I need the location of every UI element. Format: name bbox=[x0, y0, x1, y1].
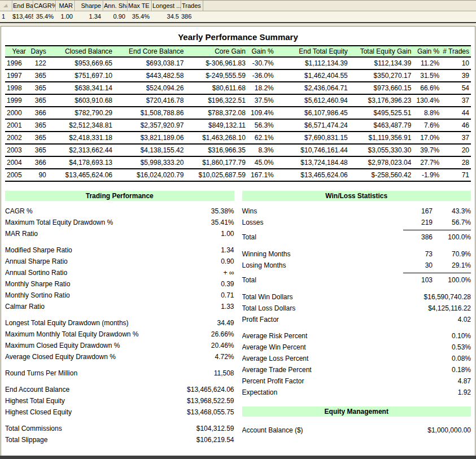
stat-row: Average Win Percent0.53% bbox=[242, 342, 471, 353]
yearly-cell-core-gain: $80,611.68 bbox=[185, 82, 247, 94]
stat-label: Highest Closed Equity bbox=[5, 406, 187, 418]
trading-performance-header: Trading Performance bbox=[5, 191, 234, 201]
grid-column-header[interactable]: CAGR% bbox=[33, 1, 56, 11]
yearly-cell-equity-gain-pct: 8.8% bbox=[413, 107, 441, 119]
wl-trade-rows: Wins16743.3%Losses21956.7% bbox=[242, 206, 471, 228]
stat-row: Highest Closed Equity$13,468,055.75 bbox=[5, 406, 234, 418]
stat-row: Average Loss Percent0.08% bbox=[242, 353, 471, 364]
report-panel: Yearly Performance Summary YearDaysClose… bbox=[1, 26, 475, 459]
yearly-cell-core-gain: $316,966.35 bbox=[185, 144, 247, 156]
stat-value: 0.39 bbox=[221, 278, 234, 290]
wl-pct: 100.0% bbox=[433, 231, 471, 243]
yearly-cell-closed-balance: $2,313,662.44 bbox=[48, 144, 114, 156]
wl-count: 167 bbox=[403, 206, 433, 217]
stat-label: Monthly Sortino Ratio bbox=[5, 290, 221, 301]
wl-percent-stats: Average Risk Percent0.10%Average Win Per… bbox=[242, 330, 471, 398]
yearly-column-header: # Trades bbox=[441, 46, 471, 57]
stat-row: Percent Profit Factor4.87 bbox=[242, 375, 471, 387]
stat-label: Average Risk Percent bbox=[242, 330, 452, 342]
yearly-cell-core-gain: $196,322.51 bbox=[185, 94, 247, 107]
stat-value: + ∞ bbox=[224, 267, 234, 278]
yearly-cell-end-core-balance: $5,998,333.20 bbox=[114, 156, 185, 169]
grid-column-header[interactable]: MAR bbox=[56, 1, 75, 11]
wl-count: 219 bbox=[403, 217, 433, 228]
yearly-cell-year: 2002 bbox=[5, 132, 28, 144]
yearly-cell-end-total-equity: $13,465,624.06 bbox=[276, 169, 350, 181]
yearly-cell-total-equity-gain: $112,134.39 bbox=[350, 57, 413, 69]
stat-row: Total Slippage$106,219.54 bbox=[5, 434, 234, 445]
stat-label: Calmar Ratio bbox=[5, 301, 221, 312]
yearly-cell-core-gain-pct: 37.5% bbox=[247, 94, 276, 107]
yearly-cell-core-gain-pct: 62.1% bbox=[247, 132, 276, 144]
yearly-cell-year: 2001 bbox=[5, 119, 28, 132]
yearly-cell-year: 2000 bbox=[5, 107, 28, 119]
stat-label: Total Loss Dollars bbox=[242, 303, 429, 314]
yearly-row: 2002 365 $2,418,331.18 $3,821,189.06 $1,… bbox=[5, 132, 471, 144]
yearly-cell-days: 365 bbox=[28, 82, 48, 94]
trading-performance-section: Trading Performance CAGR %35.38%Maximum … bbox=[5, 191, 234, 445]
grid-cell: 35.4% bbox=[128, 11, 152, 22]
grid-cell: 0.90 bbox=[103, 11, 128, 22]
yearly-cell-year: 1999 bbox=[5, 94, 28, 107]
grid-column-header[interactable]: End Balance bbox=[12, 1, 33, 11]
tp-group-cagr: CAGR %35.38%Maximum Total Equity Drawdow… bbox=[5, 206, 234, 239]
wl-count: 386 bbox=[403, 231, 433, 243]
wl-pct: 70.9% bbox=[433, 248, 471, 260]
grid-row[interactable]: 1 $13,465,62435.4%1.001.340.9035.4%34.53… bbox=[0, 11, 476, 22]
equity-management-header: Equity Management bbox=[242, 406, 471, 417]
stat-value: 0.08% bbox=[452, 353, 471, 364]
grid-column-header[interactable]: Longest ... bbox=[152, 1, 181, 11]
wl-count: 30 bbox=[403, 260, 433, 271]
yearly-cell-closed-balance: $2,512,348.81 bbox=[48, 119, 114, 132]
equity-management-rows: Account Balance ($)$1,000,000.00 bbox=[242, 425, 471, 436]
stat-row: End Account Balance$13,465,624.06 bbox=[5, 384, 234, 395]
wl-row: Wins16743.3% bbox=[242, 206, 471, 217]
grid-column-headers: End BalanceCAGR%MARSharpeAnn. SharpeMax … bbox=[12, 1, 203, 11]
stat-row: Total Loss Dollars$4,125,116.22 bbox=[242, 303, 471, 314]
yearly-cell-end-total-equity: $1,462,404.55 bbox=[276, 69, 350, 82]
yearly-cell-days: 122 bbox=[28, 57, 48, 69]
stat-value: 34.49 bbox=[217, 317, 234, 329]
stat-value: 1.34 bbox=[221, 244, 234, 256]
stat-value: 4.02 bbox=[458, 314, 471, 325]
grid-cell: 386 bbox=[181, 11, 194, 22]
grid-column-header[interactable]: Sharpe bbox=[75, 1, 103, 11]
yearly-row: 1999 365 $603,910.68 $720,416.78 $196,32… bbox=[5, 94, 471, 107]
grid-column-header[interactable]: Trades bbox=[181, 1, 203, 11]
stat-label: Total Win Dollars bbox=[242, 291, 424, 303]
yearly-cell-core-gain-pct: 109.4% bbox=[247, 107, 276, 119]
stat-value: 0.53% bbox=[452, 342, 471, 353]
sort-icon bbox=[3, 4, 9, 7]
grid-column-header[interactable]: Max TE ... bbox=[128, 1, 152, 11]
stat-label: Longest Total Equity Drawdown (months) bbox=[5, 317, 217, 329]
yearly-cell-days: 365 bbox=[28, 94, 48, 107]
wl-pct: 100.0% bbox=[433, 274, 471, 286]
wl-label: Total bbox=[242, 274, 404, 286]
stat-value: 35.41% bbox=[211, 217, 234, 228]
stat-row: Average Trade Percent0.18% bbox=[242, 364, 471, 375]
yearly-cell-days: 365 bbox=[28, 119, 48, 132]
grid-corner-cell[interactable] bbox=[0, 1, 12, 11]
yearly-cell-days: 366 bbox=[28, 156, 48, 169]
grid-header-row: End BalanceCAGR%MARSharpeAnn. SharpeMax … bbox=[0, 1, 476, 11]
yearly-cell-end-core-balance: $524,094.26 bbox=[114, 82, 185, 94]
yearly-row: 2004 366 $4,178,693.13 $5,998,333.20 $1,… bbox=[5, 156, 471, 169]
grid-column-header[interactable]: Ann. Sharpe bbox=[103, 1, 128, 11]
tp-group-balances: End Account Balance$13,465,624.06Highest… bbox=[5, 384, 234, 418]
stat-row: Maximum Closed Equity Drawdown %20.46% bbox=[5, 340, 234, 351]
wl-month-total-row: Total 103 100.0% bbox=[242, 274, 471, 286]
yearly-column-header: Closed Balance bbox=[48, 46, 114, 57]
yearly-cell-equity-gain-pct: 66.6% bbox=[413, 82, 441, 94]
wl-pct: 29.1% bbox=[433, 260, 471, 271]
yearly-cell-end-core-balance: $720,416.78 bbox=[114, 94, 185, 107]
stat-row: Total Win Dollars$16,590,740.28 bbox=[242, 291, 471, 303]
stat-label: Annual Sortino Ratio bbox=[5, 267, 224, 278]
yearly-cell-year: 1996 bbox=[5, 57, 28, 69]
yearly-row: 2005 90 $13,465,624.06 $16,024,020.79 $1… bbox=[5, 169, 471, 181]
stat-row: Account Balance ($)$1,000,000.00 bbox=[242, 425, 471, 436]
yearly-row: 2003 365 $2,313,662.44 $4,138,155.42 $31… bbox=[5, 144, 471, 156]
yearly-cell-end-total-equity: $5,612,460.94 bbox=[276, 94, 350, 107]
yearly-cell-total-equity-gain: $-258,560.42 bbox=[350, 169, 413, 181]
yearly-cell-equity-gain-pct: 130.4% bbox=[413, 94, 441, 107]
yearly-table-body: 1996 122 $953,669.65 $693,038.17 $-306,9… bbox=[5, 57, 471, 181]
